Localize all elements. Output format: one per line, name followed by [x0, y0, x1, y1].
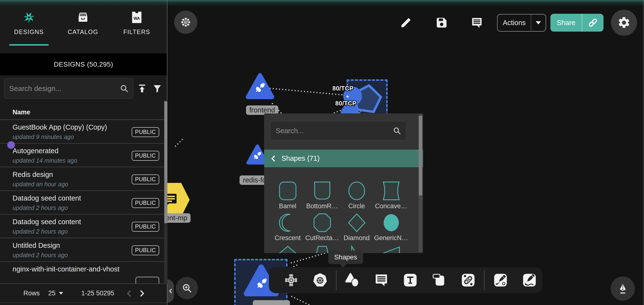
label-note-tool-button[interactable]	[432, 272, 447, 288]
design-search-box[interactable]	[4, 78, 134, 99]
shape-icon	[381, 244, 402, 253]
design-list-item[interactable]: nginx-with-init-container-and-vhost	[0, 262, 167, 285]
app-root: frontend redis-fo ment-mp 80/TCP 80/TCP	[0, 0, 644, 305]
link-tool-button[interactable]	[460, 272, 476, 288]
shape-icon	[278, 213, 298, 233]
comment-tool-button[interactable]	[374, 272, 389, 288]
avatar	[7, 141, 15, 149]
design-name: Datadog seed content	[12, 218, 81, 226]
column-name-label: Name	[12, 109, 30, 116]
design-updated: updated 9 minutes ago	[12, 133, 74, 140]
shape-label: Diamond	[344, 234, 370, 242]
freehand-draw-tool-button[interactable]	[522, 272, 537, 288]
shapes-category-header[interactable]: Shapes (71)	[264, 150, 423, 167]
shape-label: BottomR…	[306, 202, 338, 210]
page-scrollbar[interactable]	[643, 0, 644, 305]
list-column-header: Name	[0, 106, 167, 120]
tab-catalog[interactable]: CATALOG	[63, 10, 103, 46]
catalog-archive-icon	[77, 10, 89, 25]
design-updated: updated 2 hours ago	[12, 228, 68, 235]
gear-icon	[617, 16, 631, 30]
tab-filters[interactable]: WA FILTERS	[117, 10, 156, 46]
design-name: Autogenerated	[12, 147, 58, 155]
kubernetes-tool-button[interactable]	[312, 272, 328, 288]
shape-icon	[381, 181, 402, 201]
settings-button[interactable]	[611, 10, 637, 36]
port-dot	[346, 96, 348, 98]
scrollbar-thumb[interactable]	[419, 116, 422, 195]
shape-item[interactable]: Concave…	[376, 181, 407, 213]
zoom-in-button[interactable]	[176, 277, 198, 299]
shapes-panel-scrollbar[interactable]	[419, 114, 422, 252]
tab-designs[interactable]: DESIGNS	[9, 10, 49, 46]
link-icon	[588, 17, 598, 28]
shapes-tool-button[interactable]	[345, 272, 360, 288]
design-list-item[interactable]: GuestBook App (Copy) (Copy) updated 9 mi…	[0, 120, 167, 144]
shape-item[interactable]: Crescent	[272, 213, 304, 244]
shape-item[interactable]	[376, 244, 407, 253]
design-visibility-badge: PUBLIC	[132, 198, 159, 208]
share-button-label[interactable]: Share	[550, 19, 582, 27]
actions-dropdown-toggle[interactable]	[531, 21, 546, 24]
node-label-partial	[253, 300, 290, 305]
shape-icon	[278, 244, 298, 253]
rows-per-page-select[interactable]: 25	[48, 284, 63, 302]
design-list-item[interactable]: Redis design updated an hour ago PUBLIC	[0, 167, 167, 191]
import-design-button[interactable]	[136, 83, 148, 94]
text-tool-button[interactable]	[402, 272, 418, 288]
pen-mode-button[interactable]	[611, 276, 635, 301]
sidebar-scrollbar[interactable]	[164, 100, 168, 284]
scrollbar-thumb[interactable]	[164, 101, 168, 223]
design-list-item[interactable]: Datadog seed content updated 2 hours ago…	[0, 214, 167, 238]
shape-item[interactable]	[272, 244, 304, 253]
components-tool-button[interactable]	[284, 272, 299, 288]
shape-item[interactable]: GenericN…	[376, 213, 407, 244]
design-updated: updated 2 hours ago	[12, 252, 68, 259]
chevron-left-icon	[270, 155, 277, 162]
shape-item[interactable]: CutRecta…	[306, 213, 338, 244]
shape-item[interactable]: Circle	[341, 181, 372, 213]
rows-label: Rows	[24, 284, 40, 302]
edge-pen-tool-button[interactable]	[493, 272, 508, 288]
chevron-right-icon	[138, 289, 146, 297]
comment-button[interactable]	[471, 17, 483, 29]
sidebar-collapse-button[interactable]	[168, 279, 174, 302]
shape-label: Concave…	[375, 202, 408, 210]
circuit-icon	[284, 273, 298, 288]
shape-icon	[312, 213, 332, 233]
shape-item[interactable]: BottomR…	[306, 181, 338, 213]
next-page-button[interactable]	[138, 284, 146, 302]
shape-icon	[346, 181, 367, 201]
actions-button-label[interactable]: Actions	[498, 19, 531, 27]
design-name: GuestBook App (Copy) (Copy)	[12, 123, 107, 131]
shapes-search-box[interactable]	[270, 121, 406, 140]
canvas-mode-button[interactable]	[174, 11, 197, 34]
designs-sidebar: DESIGNS CATALOG WA FILTERS	[0, 0, 168, 305]
pen-nib-icon	[617, 283, 628, 294]
shapes-tooltip: Shapes	[328, 250, 363, 264]
svg-text:WA: WA	[134, 16, 140, 21]
design-updated: updated an hour ago	[12, 181, 68, 188]
chevron-down-icon	[59, 292, 63, 295]
design-visibility-badge: PUBLIC	[132, 222, 159, 232]
design-list-item[interactable]: Autogenerated updated 14 minutes ago PUB…	[0, 144, 167, 167]
shapes-search-input[interactable]	[270, 127, 392, 135]
shape-item[interactable]: Diamond	[341, 213, 372, 244]
design-list-item[interactable]: Datadog seed content updated 2 hours ago…	[0, 191, 167, 214]
design-list-item[interactable]: Untitled Design updated 2 hours ago PUBL…	[0, 238, 167, 262]
design-name: nginx-with-init-container-and-vhost	[12, 265, 120, 273]
tab-label: FILTERS	[123, 29, 150, 36]
chain-link-icon	[461, 273, 476, 287]
edit-pencil-button[interactable]	[400, 17, 412, 29]
design-name: Datadog seed content	[12, 194, 81, 202]
design-search-input[interactable]	[4, 85, 119, 93]
filter-designs-button[interactable]	[152, 84, 162, 94]
share-split-button[interactable]: Share	[550, 14, 604, 32]
save-button[interactable]	[436, 17, 448, 29]
shape-item[interactable]: Barrel	[272, 181, 304, 213]
prev-page-button[interactable]	[126, 284, 133, 302]
actions-split-button[interactable]: Actions	[497, 14, 546, 32]
text-icon	[403, 273, 418, 287]
copy-link-button[interactable]	[582, 17, 604, 28]
shape-label: CutRecta…	[305, 234, 339, 242]
